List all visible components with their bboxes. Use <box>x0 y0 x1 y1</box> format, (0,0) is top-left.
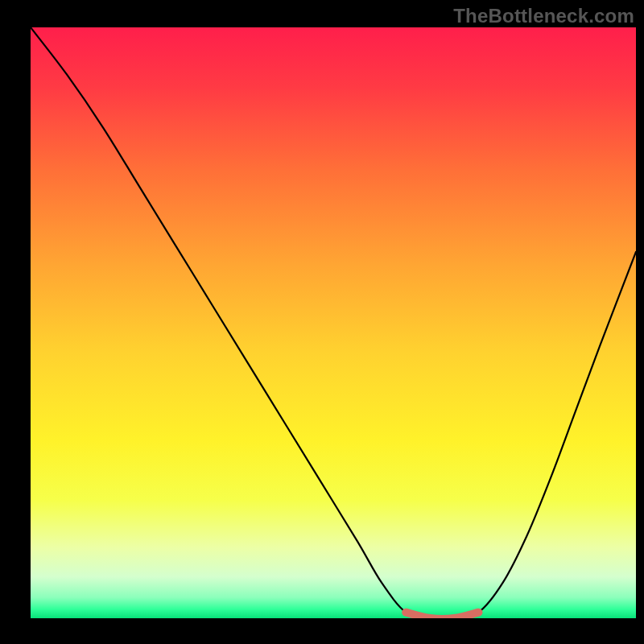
plot-background <box>31 27 636 618</box>
bottleneck-chart <box>0 0 644 644</box>
chart-frame: TheBottleneck.com <box>0 0 644 644</box>
watermark-text: TheBottleneck.com <box>453 5 634 27</box>
